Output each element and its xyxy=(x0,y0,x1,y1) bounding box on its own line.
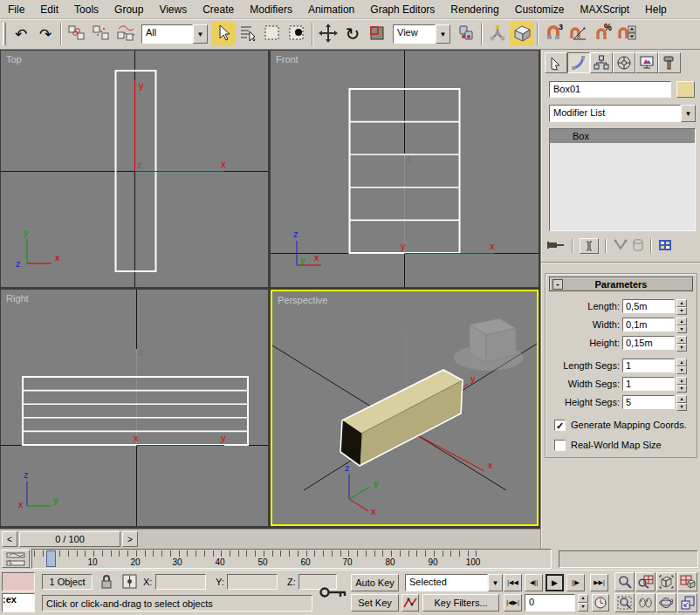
width-field[interactable]: 0,1m xyxy=(622,318,675,331)
current-frame-field[interactable]: 0 xyxy=(525,594,575,612)
default-in-out-tangents-button[interactable] xyxy=(401,594,419,612)
object-color-swatch[interactable] xyxy=(676,81,695,98)
viewport-right[interactable]: x y z z x y Right xyxy=(1,290,268,526)
spinner-down-icon[interactable]: ▾ xyxy=(578,603,588,612)
maxscript-listener-pane[interactable]: :ex xyxy=(2,593,35,612)
menu-views[interactable]: Views xyxy=(151,1,195,18)
select-object-button[interactable] xyxy=(211,22,236,46)
menu-graph-editors[interactable]: Graph Editors xyxy=(362,1,443,18)
dropdown-arrow-icon[interactable]: ▼ xyxy=(488,574,503,591)
length-spinner[interactable]: ▴▾ xyxy=(676,299,687,313)
modifier-stack-list[interactable]: Box xyxy=(549,128,696,231)
tab-create[interactable] xyxy=(545,52,567,73)
auto-key-button[interactable]: Auto Key xyxy=(351,574,399,591)
height-field[interactable]: 0,15m xyxy=(622,336,675,350)
stack-item-box[interactable]: Box xyxy=(550,129,695,143)
selection-filter-dropdown[interactable]: All ▼ xyxy=(141,24,208,44)
key-mode-toggle-button[interactable]: |◀▶| xyxy=(504,594,522,612)
select-and-move-button[interactable] xyxy=(316,22,340,46)
generate-mapping-checkbox[interactable]: ✓ xyxy=(554,420,566,431)
configure-modifier-sets-button[interactable] xyxy=(658,238,674,254)
menu-create[interactable]: Create xyxy=(195,1,242,18)
remove-modifier-button[interactable] xyxy=(632,238,644,254)
key-mode-dropdown[interactable]: Selected ▼ xyxy=(405,574,503,591)
zoom-extents-all-button[interactable] xyxy=(677,572,697,591)
object-name-field[interactable]: Box01 xyxy=(549,81,671,98)
select-and-manipulate-button[interactable] xyxy=(485,22,510,46)
undo-button[interactable]: ↶ xyxy=(9,22,33,46)
use-pivot-point-center-button[interactable] xyxy=(454,22,478,46)
tab-hierarchy[interactable] xyxy=(590,52,613,73)
frame-spinner[interactable]: ▴ ▾ xyxy=(578,594,588,612)
time-configuration-button[interactable] xyxy=(592,594,609,612)
time-slider-next-button[interactable]: > xyxy=(122,531,138,547)
zoom-extents-button[interactable] xyxy=(656,572,676,591)
x-coordinate-field[interactable] xyxy=(155,574,206,590)
select-by-name-button[interactable] xyxy=(236,22,260,46)
angle-snap-toggle-button[interactable] xyxy=(566,22,590,46)
unlink-selection-button[interactable] xyxy=(89,22,113,46)
open-mini-curve-editor-button[interactable] xyxy=(2,550,30,568)
time-slider-handle[interactable]: 0 / 100 xyxy=(19,531,120,547)
toolbar-grip[interactable] xyxy=(3,23,6,45)
percent-snap-toggle-button[interactable]: % xyxy=(590,22,614,46)
viewport-perspective[interactable]: x y z y x Perspective xyxy=(271,290,539,526)
keyboard-shortcut-override-toggle[interactable] xyxy=(510,22,534,46)
length-segs-spinner[interactable]: ▴▾ xyxy=(676,359,687,372)
collapse-icon[interactable]: - xyxy=(552,279,563,290)
set-key-button[interactable]: Set Key xyxy=(351,594,399,612)
select-and-rotate-button[interactable]: ↻ xyxy=(340,22,365,46)
current-frame-marker[interactable] xyxy=(46,550,56,567)
menu-rendering[interactable]: Rendering xyxy=(443,1,506,18)
zoom-all-button[interactable] xyxy=(635,572,655,591)
select-and-scale-button[interactable] xyxy=(365,22,389,46)
menu-file[interactable]: File xyxy=(0,1,32,18)
viewport-top-label[interactable]: Top xyxy=(6,54,22,65)
menu-modifiers[interactable]: Modifiers xyxy=(242,1,300,18)
menu-help[interactable]: Help xyxy=(637,1,675,18)
maximize-viewport-toggle[interactable] xyxy=(677,593,697,612)
track-bar-ruler[interactable]: 0 10 20 30 40 50 60 70 80 90 100 xyxy=(31,549,552,569)
selection-lock-toggle[interactable] xyxy=(100,574,113,591)
tab-utilities[interactable] xyxy=(658,52,681,73)
select-and-link-button[interactable] xyxy=(65,22,89,46)
height-spinner[interactable]: ▴▾ xyxy=(676,336,687,350)
menu-animation[interactable]: Animation xyxy=(300,1,362,18)
y-coordinate-field[interactable] xyxy=(227,574,278,590)
make-unique-button[interactable] xyxy=(613,238,628,254)
viewport-top[interactable]: y x z y x z Top xyxy=(1,51,268,287)
goto-end-button[interactable]: ▶▶| xyxy=(590,574,608,591)
zoom-region-button[interactable] xyxy=(614,593,635,612)
key-filters-button[interactable]: Key Filters... xyxy=(422,594,499,612)
length-segs-field[interactable]: 1 xyxy=(622,359,675,372)
show-end-result-button[interactable] xyxy=(580,238,599,254)
menu-tools[interactable]: Tools xyxy=(66,1,106,18)
menu-customize[interactable]: Customize xyxy=(507,1,573,18)
arc-rotate-button[interactable] xyxy=(656,593,676,612)
height-segs-spinner[interactable]: ▴▾ xyxy=(676,395,687,409)
parameters-rollout-header[interactable]: - Parameters xyxy=(549,277,693,291)
next-frame-button[interactable]: ||▶ xyxy=(566,574,585,591)
dropdown-arrow-icon[interactable]: ▼ xyxy=(193,24,208,44)
snaps-toggle-button[interactable]: 3 xyxy=(541,22,566,46)
redo-button[interactable]: ↷ xyxy=(33,22,58,46)
tab-display[interactable] xyxy=(635,52,658,73)
spinner-up-icon[interactable]: ▴ xyxy=(578,594,588,603)
absolute-offset-toggle[interactable] xyxy=(122,574,138,591)
modifier-list-dropdown[interactable]: Modifier List ▼ xyxy=(549,105,696,122)
goto-start-button[interactable]: |◀◀ xyxy=(504,574,522,591)
viewport-perspective-label[interactable]: Perspective xyxy=(278,295,327,305)
menu-group[interactable]: Group xyxy=(106,1,151,18)
width-segs-spinner[interactable]: ▴▾ xyxy=(676,377,687,391)
tab-modify[interactable] xyxy=(567,52,590,73)
window-crossing-button[interactable] xyxy=(285,22,309,46)
menu-edit[interactable]: Edit xyxy=(32,1,66,18)
zoom-button[interactable] xyxy=(614,572,635,591)
bind-to-space-warp-button[interactable] xyxy=(113,22,138,46)
tab-motion[interactable] xyxy=(613,52,635,73)
real-world-map-checkbox[interactable] xyxy=(554,440,566,451)
viewport-front-label[interactable]: Front xyxy=(276,54,299,65)
pin-stack-button[interactable] xyxy=(546,238,566,254)
play-button[interactable]: ▶ xyxy=(546,574,564,591)
height-segs-field[interactable]: 5 xyxy=(622,395,675,409)
